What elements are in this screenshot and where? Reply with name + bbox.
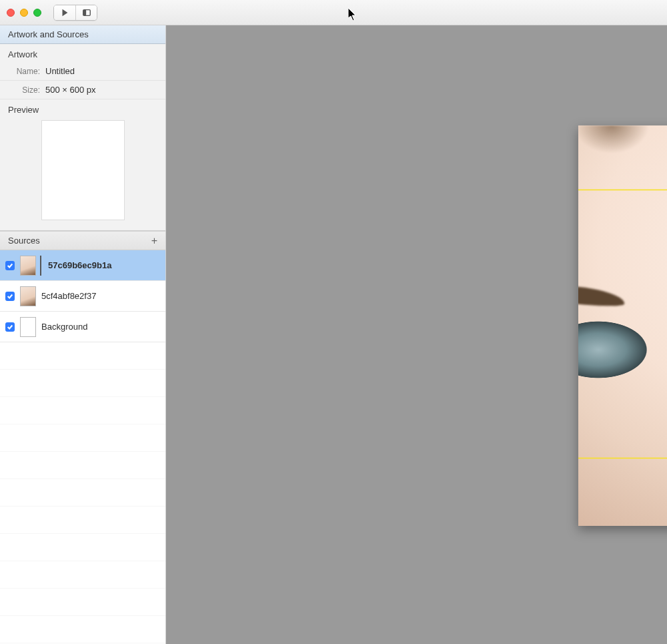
canvas[interactable]	[166, 25, 667, 644]
source-list: 57c69b6ec9b1a 5cf4abf8e2f37 Background	[0, 250, 165, 342]
artboard[interactable]	[578, 125, 667, 526]
panel-toggle-button[interactable]	[75, 5, 97, 20]
minimize-window-button[interactable]	[20, 9, 28, 17]
source-visibility-checkbox[interactable]	[5, 261, 15, 270]
svg-marker-0	[63, 9, 68, 16]
image-region-brow	[578, 280, 626, 308]
sources-header: Sources +	[0, 231, 165, 250]
artwork-size-label: Size:	[8, 85, 40, 95]
svg-marker-3	[348, 8, 356, 21]
selection-indicator-icon	[40, 256, 43, 276]
preview-heading: Preview	[0, 99, 165, 117]
sidebar: Artwork and Sources Artwork Name: Untitl…	[0, 25, 166, 644]
source-thumbnail	[20, 256, 36, 276]
svg-rect-2	[83, 9, 85, 15]
check-icon	[7, 262, 13, 269]
play-button[interactable]	[54, 5, 75, 20]
source-name: 5cf4abf8e2f37	[41, 291, 96, 301]
sources-heading: Sources	[8, 236, 40, 246]
check-icon	[7, 293, 13, 300]
source-thumbnail	[20, 286, 36, 306]
source-row[interactable]: 57c69b6ec9b1a	[0, 250, 165, 281]
source-visibility-checkbox[interactable]	[5, 292, 15, 301]
panel-icon	[82, 8, 91, 17]
artwork-name-label: Name:	[8, 67, 40, 76]
mouse-cursor-icon	[348, 8, 358, 21]
horizontal-guide[interactable]	[578, 458, 667, 458]
workspace: Artwork and Sources Artwork Name: Untitl…	[0, 25, 667, 644]
play-icon	[60, 8, 69, 17]
title-bar	[0, 0, 667, 25]
source-list-filler	[0, 342, 165, 644]
zoom-window-button[interactable]	[33, 9, 41, 17]
preview-pane	[0, 117, 165, 231]
add-source-button[interactable]: +	[151, 236, 157, 246]
horizontal-guide[interactable]	[578, 190, 667, 190]
panel-title: Artwork and Sources	[0, 25, 165, 44]
toolbar-segment	[53, 5, 97, 21]
image-region-hair	[578, 125, 667, 206]
placed-image[interactable]	[578, 125, 667, 526]
artwork-name-row: Name: Untitled	[0, 62, 165, 81]
source-name: 57c69b6ec9b1a	[48, 260, 111, 270]
close-window-button[interactable]	[7, 9, 15, 17]
check-icon	[7, 324, 13, 330]
source-row[interactable]: 5cf4abf8e2f37	[0, 281, 165, 312]
artwork-size-row: Size: 500 × 600 px	[0, 81, 165, 99]
source-visibility-checkbox[interactable]	[5, 322, 15, 332]
artwork-size-value[interactable]: 500 × 600 px	[45, 85, 96, 95]
source-row[interactable]: Background	[0, 312, 165, 342]
artwork-heading: Artwork	[0, 44, 165, 62]
source-thumbnail	[20, 317, 36, 337]
window-controls	[7, 9, 41, 17]
source-name: Background	[41, 322, 87, 332]
preview-thumbnail[interactable]	[41, 120, 125, 220]
artwork-name-value[interactable]: Untitled	[45, 66, 75, 76]
